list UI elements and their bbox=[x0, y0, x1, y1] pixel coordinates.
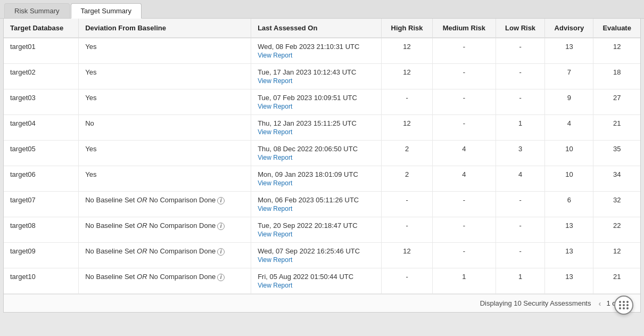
cell-low-risk: - bbox=[496, 217, 545, 243]
cell-high-risk: - bbox=[382, 192, 433, 217]
view-report-link[interactable]: View Report bbox=[258, 128, 375, 136]
cell-deviation: No bbox=[79, 115, 251, 141]
cell-low-risk: 1 bbox=[496, 115, 545, 141]
view-report-link[interactable]: View Report bbox=[258, 77, 375, 85]
summary-table: Target Database Deviation From Baseline … bbox=[4, 19, 640, 294]
cell-advisory: 7 bbox=[545, 64, 593, 89]
cell-medium-risk: - bbox=[433, 192, 496, 217]
cell-high-risk: 12 bbox=[382, 243, 433, 268]
cell-medium-risk: 4 bbox=[433, 141, 496, 166]
cell-evaluate: 12 bbox=[593, 243, 640, 268]
col-low-risk: Low Risk bbox=[496, 19, 545, 38]
cell-low-risk: - bbox=[496, 89, 545, 115]
tab-target-summary[interactable]: Target Summary bbox=[71, 3, 142, 19]
help-fab-button[interactable] bbox=[614, 296, 633, 315]
cell-target: target03 bbox=[4, 89, 79, 115]
cell-target: target02 bbox=[4, 64, 79, 89]
cell-evaluate: 34 bbox=[593, 166, 640, 192]
cell-low-risk: 4 bbox=[496, 166, 545, 192]
cell-medium-risk: - bbox=[433, 64, 496, 89]
cell-target: target09 bbox=[4, 243, 79, 268]
cell-low-risk: 3 bbox=[496, 141, 545, 166]
page-wrapper: Risk Summary Target Summary Target Datab… bbox=[0, 0, 644, 336]
cell-target: target06 bbox=[4, 166, 79, 192]
col-target-db: Target Database bbox=[4, 19, 79, 38]
cell-advisory: 9 bbox=[545, 89, 593, 115]
cell-low-risk: 1 bbox=[496, 268, 545, 294]
cell-low-risk: - bbox=[496, 192, 545, 217]
cell-medium-risk: 1 bbox=[433, 268, 496, 294]
cell-deviation: No Baseline Set OR No Comparison Donei bbox=[79, 217, 251, 243]
cell-high-risk: 2 bbox=[382, 141, 433, 166]
view-report-link[interactable]: View Report bbox=[258, 256, 375, 264]
view-report-link[interactable]: View Report bbox=[258, 52, 375, 59]
cell-last-assessed: Mon, 09 Jan 2023 18:01:09 UTCView Report bbox=[251, 166, 382, 192]
cell-advisory: 4 bbox=[545, 115, 593, 141]
cell-high-risk: 12 bbox=[382, 115, 433, 141]
view-report-link[interactable]: View Report bbox=[258, 205, 375, 212]
cell-target: target07 bbox=[4, 192, 79, 217]
content-area: Target Database Deviation From Baseline … bbox=[3, 19, 641, 313]
cell-high-risk: - bbox=[382, 268, 433, 294]
help-fab-icon bbox=[619, 301, 629, 309]
cell-low-risk: - bbox=[496, 38, 545, 64]
view-report-link[interactable]: View Report bbox=[258, 154, 375, 161]
displaying-text: Displaying 10 Security Assessments bbox=[480, 299, 591, 307]
cell-high-risk: 12 bbox=[382, 64, 433, 89]
cell-medium-risk: - bbox=[433, 89, 496, 115]
view-report-link[interactable]: View Report bbox=[258, 103, 375, 110]
cell-evaluate: 35 bbox=[593, 141, 640, 166]
footer-bar: Displaying 10 Security Assessments ‹ 1 o… bbox=[4, 294, 640, 312]
col-high-risk: High Risk bbox=[382, 19, 433, 38]
info-icon[interactable]: i bbox=[217, 197, 225, 204]
tab-risk-summary[interactable]: Risk Summary bbox=[4, 3, 70, 18]
cell-target: target08 bbox=[4, 217, 79, 243]
prev-page-button[interactable]: ‹ bbox=[596, 299, 603, 308]
cell-medium-risk: - bbox=[433, 243, 496, 268]
cell-evaluate: 32 bbox=[593, 192, 640, 217]
cell-deviation: Yes bbox=[79, 38, 251, 64]
cell-medium-risk: - bbox=[433, 115, 496, 141]
col-last-assessed: Last Assessed On bbox=[251, 19, 382, 38]
view-report-link[interactable]: View Report bbox=[258, 282, 375, 289]
cell-advisory: 13 bbox=[545, 243, 593, 268]
cell-evaluate: 22 bbox=[593, 217, 640, 243]
col-deviation: Deviation From Baseline bbox=[79, 19, 251, 38]
cell-deviation: Yes bbox=[79, 64, 251, 89]
cell-last-assessed: Tue, 20 Sep 2022 20:18:47 UTCView Report bbox=[251, 217, 382, 243]
cell-evaluate: 21 bbox=[593, 268, 640, 294]
cell-high-risk: 2 bbox=[382, 166, 433, 192]
cell-deviation: No Baseline Set OR No Comparison Donei bbox=[79, 192, 251, 217]
cell-advisory: 13 bbox=[545, 38, 593, 64]
info-icon[interactable]: i bbox=[217, 223, 225, 230]
cell-last-assessed: Tue, 17 Jan 2023 10:12:43 UTCView Report bbox=[251, 64, 382, 89]
cell-deviation: No Baseline Set OR No Comparison Donei bbox=[79, 243, 251, 268]
cell-evaluate: 12 bbox=[593, 38, 640, 64]
cell-last-assessed: Wed, 08 Feb 2023 21:10:31 UTCView Report bbox=[251, 38, 382, 64]
col-evaluate: Evaluate bbox=[593, 19, 640, 38]
table-row: target04NoThu, 12 Jan 2023 15:11:25 UTCV… bbox=[4, 115, 640, 141]
view-report-link[interactable]: View Report bbox=[258, 179, 375, 187]
tabs-bar: Risk Summary Target Summary bbox=[0, 0, 644, 19]
cell-deviation: Yes bbox=[79, 141, 251, 166]
table-row: target07No Baseline Set OR No Comparison… bbox=[4, 192, 640, 217]
table-row: target02YesTue, 17 Jan 2023 10:12:43 UTC… bbox=[4, 64, 640, 89]
cell-deviation: No Baseline Set OR No Comparison Donei bbox=[79, 268, 251, 294]
cell-high-risk: - bbox=[382, 217, 433, 243]
cell-last-assessed: Tue, 07 Feb 2023 10:09:51 UTCView Report bbox=[251, 89, 382, 115]
cell-target: target01 bbox=[4, 38, 79, 64]
view-report-link[interactable]: View Report bbox=[258, 231, 375, 238]
cell-target: target05 bbox=[4, 141, 79, 166]
col-advisory: Advisory bbox=[545, 19, 593, 38]
col-medium-risk: Medium Risk bbox=[433, 19, 496, 38]
cell-evaluate: 27 bbox=[593, 89, 640, 115]
info-icon[interactable]: i bbox=[217, 248, 225, 256]
cell-target: target10 bbox=[4, 268, 79, 294]
cell-advisory: 10 bbox=[545, 141, 593, 166]
cell-deviation: Yes bbox=[79, 166, 251, 192]
cell-advisory: 13 bbox=[545, 217, 593, 243]
cell-advisory: 6 bbox=[545, 192, 593, 217]
info-icon[interactable]: i bbox=[217, 274, 225, 281]
cell-last-assessed: Wed, 07 Sep 2022 16:25:46 UTCView Report bbox=[251, 243, 382, 268]
cell-evaluate: 21 bbox=[593, 115, 640, 141]
